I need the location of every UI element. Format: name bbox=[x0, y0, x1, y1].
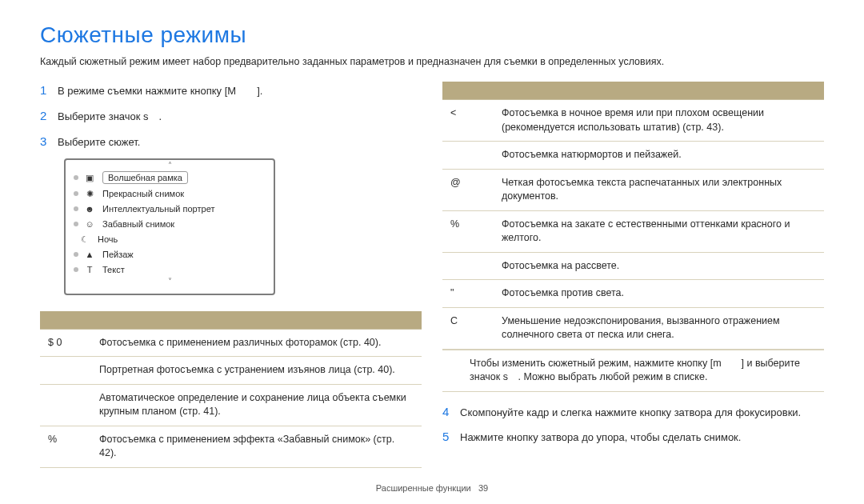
scene-icon-cell: % bbox=[40, 426, 91, 467]
menu-item-icon: ▲ bbox=[83, 249, 96, 260]
table-row: Фотосъемка натюрмортов и пейзажей. bbox=[442, 142, 824, 170]
menu-item: TТекст bbox=[66, 262, 274, 278]
menu-dot-icon bbox=[74, 175, 78, 180]
table-row: "Фотосъемка против света. bbox=[442, 280, 824, 308]
scene-icon-cell: < bbox=[442, 100, 494, 142]
scene-icon-cell: $ 0 bbox=[40, 329, 91, 357]
menu-item-label: Забавный снимок bbox=[102, 219, 174, 229]
scene-description-cell: Фотосъемка против света. bbox=[494, 280, 824, 308]
step-5: 5 Нажмите кнопку затвора до упора, чтобы… bbox=[442, 428, 824, 446]
menu-item: ☺Забавный снимок bbox=[66, 217, 274, 232]
table-row: @Четкая фотосъемка текста распечатанных … bbox=[442, 169, 824, 210]
menu-item-icon: T bbox=[83, 264, 96, 275]
scene-icon-cell bbox=[442, 142, 494, 170]
step-number: 4 bbox=[442, 403, 460, 421]
scene-icon-cell: % bbox=[442, 210, 494, 252]
scene-icon-cell: C bbox=[442, 307, 494, 349]
note-text: Чтобы изменить сюжетный режим, нажмите к… bbox=[470, 357, 816, 385]
page-title: Сюжетные режимы bbox=[40, 22, 824, 48]
table-row: Фотосъемка на рассвете. bbox=[442, 252, 824, 280]
table-row: <Фотосъемка в ночное время или при плохо… bbox=[442, 100, 824, 142]
scene-menu-illustration: ˄ ▣Волшебная рамка✺Прекрасный снимок☻Инт… bbox=[64, 158, 275, 295]
step-text: В режиме съемки нажмите кнопку [M ]. bbox=[58, 84, 422, 99]
menu-item: ☾Ночь bbox=[66, 232, 274, 247]
left-column: 1 В режиме съемки нажмите кнопку [M ]. 2… bbox=[40, 82, 422, 468]
menu-item: ▣Волшебная рамка bbox=[66, 170, 274, 186]
scene-description-cell: Четкая фотосъемка текста распечатанных и… bbox=[494, 169, 824, 210]
footer-page-number: 39 bbox=[478, 483, 488, 493]
step-text: Нажмите кнопку затвора до упора, чтобы с… bbox=[460, 430, 824, 446]
step-number: 1 bbox=[40, 82, 58, 99]
table-row: $ 0Фотосъемка с применением различных фо… bbox=[40, 329, 422, 357]
scene-description-cell: Автоматическое определение и сохранение … bbox=[91, 384, 422, 426]
intro-text: Каждый сюжетный режим имеет набор предва… bbox=[40, 56, 824, 67]
menu-dot-icon bbox=[74, 191, 78, 196]
menu-item-icon: ☻ bbox=[83, 203, 96, 214]
menu-item: ☻Интеллектуальный портрет bbox=[66, 202, 274, 217]
content-columns: 1 В режиме съемки нажмите кнопку [M ]. 2… bbox=[40, 82, 824, 468]
step-number: 5 bbox=[442, 428, 460, 446]
menu-item-label: Прекрасный снимок bbox=[102, 189, 184, 198]
menu-dot-icon bbox=[74, 222, 78, 226]
step-text: Скомпонуйте кадр и слегка нажмите кнопку… bbox=[460, 406, 824, 421]
page-footer: Расширенные функции 39 bbox=[0, 483, 864, 493]
scene-icon-cell: @ bbox=[442, 169, 494, 210]
scene-description-cell: Фотосъемка с применением эффекта «Забавн… bbox=[91, 426, 422, 467]
menu-dot-icon bbox=[74, 267, 78, 272]
scene-description-cell: Фотосъемка в ночное время или при плохом… bbox=[494, 100, 824, 142]
menu-item-label: Текст bbox=[102, 265, 125, 274]
table-row: CУменьшение недоэкспонирования, вызванно… bbox=[442, 307, 824, 349]
step-text: Выберите значок s . bbox=[58, 110, 422, 125]
scene-description-cell: Фотосъемка с применением различных фотор… bbox=[91, 329, 422, 357]
step-text: Выберите сюжет. bbox=[58, 135, 422, 150]
table-row: Портретная фотосъемка с устранением изъя… bbox=[40, 357, 422, 385]
menu-item-icon: ▣ bbox=[83, 172, 96, 183]
table-row: %Фотосъемка на закате с естественными от… bbox=[442, 210, 824, 252]
menu-item-label: Волшебная рамка bbox=[102, 171, 188, 184]
note-box: Чтобы изменить сюжетный режим, нажмите к… bbox=[442, 350, 824, 392]
menu-item-icon: ☾ bbox=[78, 234, 91, 245]
step-1: 1 В режиме съемки нажмите кнопку [M ]. bbox=[40, 82, 422, 99]
scene-description-cell: Портретная фотосъемка с устранением изъя… bbox=[91, 357, 422, 385]
scene-icon-cell bbox=[40, 384, 91, 426]
scroll-up-icon: ˄ bbox=[66, 160, 274, 170]
scene-icon-cell bbox=[442, 252, 494, 280]
scroll-down-icon: ˅ bbox=[66, 278, 274, 287]
scene-description-cell: Фотосъемка на закате с естественными отт… bbox=[494, 210, 824, 252]
menu-item-label: Интеллектуальный портрет bbox=[102, 204, 214, 214]
page: Сюжетные режимы Каждый сюжетный режим им… bbox=[0, 0, 864, 504]
scene-icon-cell bbox=[40, 357, 91, 385]
footer-section: Расширенные функции bbox=[376, 483, 471, 493]
step-2: 2 Выберите значок s . bbox=[40, 107, 422, 125]
note-icon bbox=[442, 357, 470, 385]
step-number: 2 bbox=[40, 107, 58, 125]
menu-item-label: Пейзаж bbox=[102, 250, 134, 259]
scene-table-left: $ 0Фотосъемка с применением различных фо… bbox=[40, 311, 422, 468]
step-3: 3 Выберите сюжет. bbox=[40, 133, 422, 150]
menu-dot-icon bbox=[74, 252, 78, 257]
scene-description-cell: Уменьшение недоэкспонирования, вызванног… bbox=[494, 307, 824, 349]
menu-item-icon: ☺ bbox=[83, 218, 96, 230]
scene-description-cell: Фотосъемка на рассвете. bbox=[494, 252, 824, 280]
table-row: Автоматическое определение и сохранение … bbox=[40, 384, 422, 426]
step-4: 4 Скомпонуйте кадр и слегка нажмите кноп… bbox=[442, 403, 824, 421]
menu-item: ✺Прекрасный снимок bbox=[66, 186, 274, 202]
step-number: 3 bbox=[40, 133, 58, 150]
menu-dot-icon bbox=[74, 206, 78, 211]
table-row: %Фотосъемка с применением эффекта «Забав… bbox=[40, 426, 422, 467]
menu-item: ▲Пейзаж bbox=[66, 247, 274, 262]
scene-icon-cell: " bbox=[442, 280, 494, 308]
menu-item-label: Ночь bbox=[98, 234, 118, 244]
scene-description-cell: Фотосъемка натюрмортов и пейзажей. bbox=[494, 142, 824, 170]
right-column: <Фотосъемка в ночное время или при плохо… bbox=[442, 82, 824, 468]
menu-item-icon: ✺ bbox=[83, 188, 96, 199]
scene-table-right: <Фотосъемка в ночное время или при плохо… bbox=[442, 82, 824, 350]
